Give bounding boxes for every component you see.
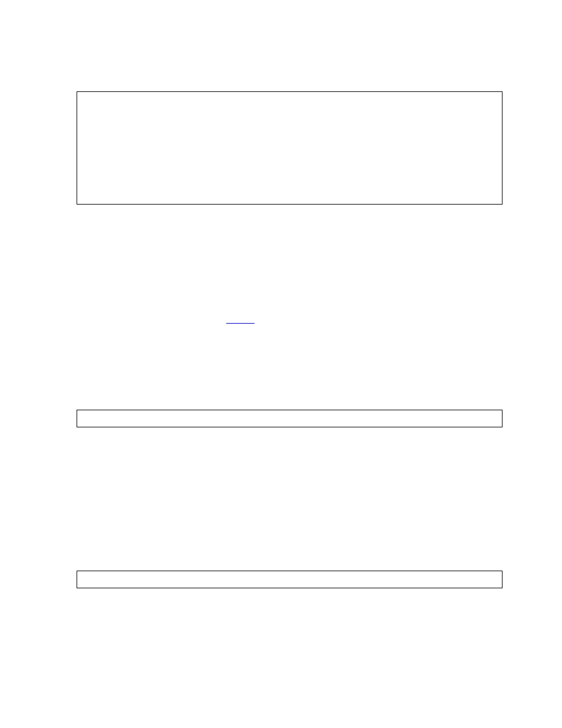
content-frame [77,571,503,588]
content-frame [77,410,503,427]
document-page [0,0,562,728]
content-frame [77,91,503,205]
hyperlink-underline[interactable] [226,323,254,324]
